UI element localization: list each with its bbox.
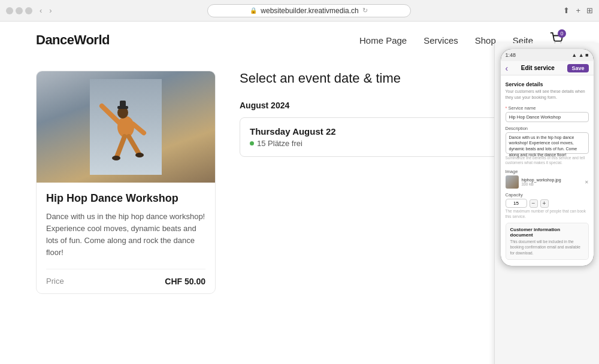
- site-logo: DanceWorld: [36, 32, 110, 48]
- close-button[interactable]: [6, 7, 13, 14]
- phone-nav-title: Edit service: [512, 65, 564, 71]
- dancer-illustration: [90, 79, 162, 175]
- phone-image-delete-icon[interactable]: ✕: [585, 180, 589, 185]
- maximize-button[interactable]: [25, 7, 32, 14]
- phone-status-bar: 1:48 ▲ ▲ ■: [501, 49, 594, 61]
- phone-capacity-label: Capacity: [506, 192, 589, 198]
- nav-item-shop[interactable]: Shop: [475, 35, 496, 46]
- phone-image-thumb: [506, 175, 519, 189]
- phone-image-name: hiphop_workshop.jpg: [522, 178, 582, 182]
- phone-desc-hint: Summarize the benefits of this service a…: [506, 156, 589, 166]
- service-card-body: Hip Hop Dance Workshop Dance with us in …: [37, 183, 215, 293]
- phone-mockup: 1:48 ▲ ▲ ■ ‹ Edit service Save Service d…: [501, 49, 594, 266]
- cart-badge: 0: [558, 29, 566, 38]
- tabs-icon[interactable]: ⊞: [586, 6, 593, 15]
- phone-capacity-row: 15 − +: [506, 199, 589, 208]
- phone-customer-doc-desc: This document will be included in the bo…: [510, 239, 584, 255]
- phone-name-label: Service name: [506, 105, 589, 111]
- address-bar-container: 🔒 websitebuilder.kreativmedia.ch ↻: [59, 4, 559, 17]
- phone-desc-textarea[interactable]: Dance with us in the hip hop dance works…: [506, 132, 589, 154]
- phone-content: Service details Your customers will see …: [501, 75, 594, 266]
- phone-image-size: 330 kB: [522, 182, 582, 186]
- event-date: Thursday August 22: [250, 126, 336, 136]
- browser-nav-arrows: ‹ ›: [37, 5, 55, 16]
- nav-item-services[interactable]: Services: [423, 35, 458, 46]
- mobile-edit-panel: 1:48 ▲ ▲ ■ ‹ Edit service Save Service d…: [494, 43, 599, 364]
- phone-image-info: hiphop_workshop.jpg 330 kB: [522, 178, 582, 186]
- phone-status-icons: ▲ ▲ ■: [571, 52, 588, 58]
- phone-section-title: Service details: [506, 81, 589, 87]
- event-left: Thursday August 22 15 Plätze frei: [250, 126, 336, 148]
- spots-dot-icon: [250, 141, 254, 145]
- back-arrow-icon[interactable]: ‹: [37, 5, 44, 16]
- forward-arrow-icon[interactable]: ›: [47, 5, 54, 16]
- service-card: Hip Hop Dance Workshop Dance with us in …: [36, 71, 216, 294]
- price-label: Price: [46, 277, 64, 286]
- address-bar[interactable]: 🔒 websitebuilder.kreativmedia.ch ↻: [207, 4, 411, 17]
- lock-icon: 🔒: [250, 7, 257, 14]
- phone-name-input[interactable]: Hip Hop Dance Workshop: [506, 112, 589, 122]
- service-description: Dance with us in the hip hop dance works…: [46, 211, 205, 259]
- reload-icon[interactable]: ↻: [362, 7, 368, 14]
- phone-desc-label: Description: [506, 126, 589, 131]
- spots-text: 15 Plätze frei: [257, 139, 302, 148]
- phone-capacity-decrease[interactable]: −: [530, 199, 538, 208]
- price-value: CHF 50.00: [165, 277, 205, 286]
- service-title: Hip Hop Dance Workshop: [46, 192, 205, 205]
- phone-section-sub: Your customers will see these details wh…: [506, 89, 589, 101]
- url-text: websitebuilder.kreativmedia.ch: [261, 7, 358, 15]
- nav-item-homepage[interactable]: Home Page: [359, 35, 407, 46]
- phone-customer-doc-section: Customer information document This docum…: [506, 223, 589, 259]
- event-spots: 15 Plätze frei: [250, 139, 336, 148]
- phone-capacity-increase[interactable]: +: [540, 199, 549, 208]
- browser-window-controls: [6, 7, 32, 14]
- service-card-image: [37, 71, 215, 183]
- browser-actions: ⬆ + ⊞: [563, 6, 593, 15]
- back-arrow-icon[interactable]: ‹: [506, 63, 509, 73]
- phone-capacity-hint: The maximum number of people that can bo…: [506, 209, 589, 219]
- minimize-button[interactable]: [16, 7, 23, 14]
- svg-point-12: [135, 153, 144, 157]
- phone-save-button[interactable]: Save: [567, 64, 588, 72]
- site-wrapper: DanceWorld Home Page Services Shop Seite…: [0, 22, 599, 364]
- service-price-row: Price CHF 50.00: [46, 269, 205, 286]
- phone-image-label: Image: [506, 169, 589, 174]
- phone-image-row: hiphop_workshop.jpg 330 kB ✕: [506, 175, 589, 189]
- phone-nav-bar: ‹ Edit service Save: [501, 61, 594, 75]
- svg-rect-6: [120, 101, 126, 108]
- share-icon[interactable]: ⬆: [563, 6, 570, 15]
- phone-customer-doc-title: Customer information document: [510, 227, 584, 238]
- new-tab-icon[interactable]: +: [576, 6, 580, 15]
- svg-point-11: [112, 156, 120, 160]
- phone-time: 1:48: [506, 52, 516, 58]
- browser-chrome: ‹ › 🔒 websitebuilder.kreativmedia.ch ↻ ⬆…: [0, 0, 599, 22]
- phone-capacity-input[interactable]: 15: [506, 199, 527, 208]
